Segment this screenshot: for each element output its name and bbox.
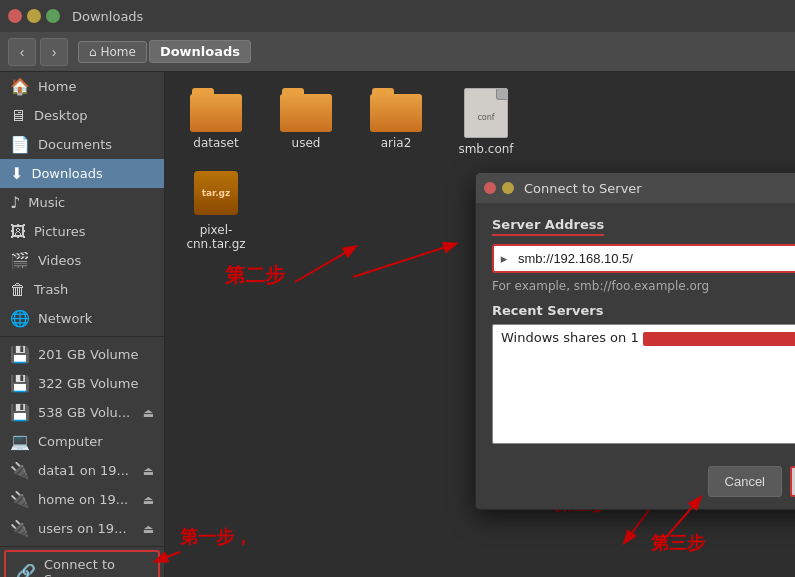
sidebar-label-documents: Documents [38,137,112,152]
server-address-hint: For example, smb://foo.example.org [492,279,795,293]
targz-inner-label: tar.gz [202,188,231,198]
sidebar-label-data1: data1 on 19... [38,463,129,478]
sidebar-item-documents[interactable]: 📄 Documents [0,130,164,159]
sidebar-label-desktop: Desktop [34,108,88,123]
music-icon: ♪ [10,193,20,212]
connect-button[interactable]: Connect [790,466,795,497]
dialog-close-button[interactable] [484,182,496,194]
window-controls [8,9,60,23]
users19-eject-icon[interactable]: ⏏ [143,522,154,536]
dialog-title: Connect to Server [524,181,642,196]
file-label-smbconf: smb.conf [458,142,513,156]
sidebar-item-home19[interactable]: 🔌 home on 19... ⏏ [0,485,164,514]
dialog-body: Server Address ▸ ✕ For example, smb://fo… [476,203,795,458]
users19-icon: 🔌 [10,519,30,538]
sidebar-label-videos: Videos [38,253,81,268]
file-label-pixelcnn: pixel-cnn.tar.gz [181,223,251,251]
file-item-smbconf[interactable]: conf smb.conf [451,88,521,156]
vol538-icon: 💾 [10,403,30,422]
recent-servers-label: Recent Servers [492,303,795,318]
file-item-used[interactable]: used [271,88,341,156]
breadcrumb-home[interactable]: ⌂ Home [78,41,147,63]
sidebar-label-connect: Connect to Server [44,557,148,577]
sidebar-item-videos[interactable]: 🎬 Videos [0,246,164,275]
documents-icon: 📄 [10,135,30,154]
connect-dialog: Connect to Server Server Address ▸ ✕ For… [475,172,795,510]
pictures-icon: 🖼 [10,222,26,241]
sidebar-separator-1 [0,336,164,337]
recent-servers-list[interactable]: Windows shares on 1 [492,324,795,444]
targz-icon: tar.gz [190,167,242,219]
trash-icon: 🗑 [10,280,26,299]
content-area: dataset used aria2 con [165,72,795,577]
sidebar-item-vol322[interactable]: 💾 322 GB Volume [0,369,164,398]
vol322-icon: 💾 [10,374,30,393]
sidebar-item-vol201[interactable]: 💾 201 GB Volume [0,340,164,369]
sidebar-label-vol322: 322 GB Volume [38,376,138,391]
dialog-titlebar: Connect to Server [476,173,795,203]
home19-eject-icon[interactable]: ⏏ [143,493,154,507]
file-item-dataset[interactable]: dataset [181,88,251,156]
sidebar-label-downloads: Downloads [31,166,102,181]
videos-icon: 🎬 [10,251,30,270]
file-icon-smbconf-text: conf [475,111,496,125]
sidebar-item-downloads[interactable]: ⬇ Downloads [0,159,164,188]
svg-line-0 [295,247,355,282]
sidebar-item-data1[interactable]: 🔌 data1 on 19... ⏏ [0,456,164,485]
sidebar-item-music[interactable]: ♪ Music [0,188,164,217]
sidebar-item-desktop[interactable]: 🖥 Desktop [0,101,164,130]
data1-eject-icon[interactable]: ⏏ [143,464,154,478]
forward-button[interactable]: › [40,38,68,66]
sidebar-item-pictures[interactable]: 🖼 Pictures [0,217,164,246]
sidebar-item-network[interactable]: 🌐 Network [0,304,164,333]
sidebar-item-computer[interactable]: 💻 Computer [0,427,164,456]
network-icon: 🌐 [10,309,30,328]
folder-body-used [280,94,332,132]
breadcrumb: ⌂ Home Downloads [78,40,251,63]
computer-icon: 💻 [10,432,30,451]
desktop-icon: 🖥 [10,106,26,125]
maximize-button[interactable] [46,9,60,23]
sidebar-label-trash: Trash [34,282,68,297]
home19-icon: 🔌 [10,490,30,509]
server-address-label: Server Address [492,217,604,236]
breadcrumb-current[interactable]: Downloads [149,40,251,63]
sidebar: 🏠 Home 🖥 Desktop 📄 Documents ⬇ Downloads… [0,72,165,577]
back-button[interactable]: ‹ [8,38,36,66]
server-address-row: ▸ ✕ [492,244,795,273]
sidebar-label-computer: Computer [38,434,103,449]
sidebar-item-users19[interactable]: 🔌 users on 19... ⏏ [0,514,164,543]
folder-body [190,94,242,132]
sidebar-item-vol538[interactable]: 💾 538 GB Volu... ⏏ [0,398,164,427]
server-address-input[interactable] [514,246,795,271]
toolbar: ‹ › ⌂ Home Downloads [0,32,795,72]
sidebar-item-home[interactable]: 🏠 Home [0,72,164,101]
file-item-pixelcnn[interactable]: tar.gz pixel-cnn.tar.gz [181,167,251,251]
file-item-aria2[interactable]: aria2 [361,88,431,156]
folder-icon-dataset [190,88,242,132]
data1-icon: 🔌 [10,461,30,480]
dialog-min-button[interactable] [502,182,514,194]
annotation-step2: 第二步 [225,262,285,289]
minimize-button[interactable] [27,9,41,23]
file-label-aria2: aria2 [381,136,412,150]
vol201-icon: 💾 [10,345,30,364]
sidebar-label-users19: users on 19... [38,521,127,536]
close-button[interactable] [8,9,22,23]
sidebar-label-vol538: 538 GB Volu... [38,405,130,420]
file-label-dataset: dataset [193,136,238,150]
file-grid: dataset used aria2 con [165,72,795,172]
folder-icon-aria2 [370,88,422,132]
sidebar-item-connect[interactable]: 🔗 Connect to Server [4,550,160,577]
file-label-used: used [292,136,321,150]
dialog-buttons: Cancel Connect [476,458,795,509]
recent-server-item[interactable]: Windows shares on 1 [493,325,795,351]
sidebar-label-home: Home [38,79,76,94]
sidebar-label-network: Network [38,311,92,326]
sidebar-item-trash[interactable]: 🗑 Trash [0,275,164,304]
sidebar-label-vol201: 201 GB Volume [38,347,138,362]
vol538-eject-icon[interactable]: ⏏ [143,406,154,420]
targz-body: tar.gz [194,171,238,215]
recent-server-label: Windows shares on 1 [501,330,639,345]
cancel-button[interactable]: Cancel [708,466,782,497]
